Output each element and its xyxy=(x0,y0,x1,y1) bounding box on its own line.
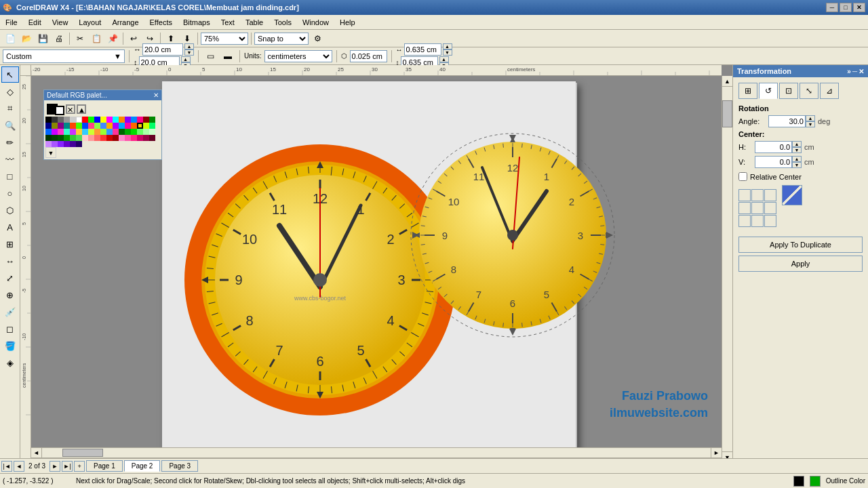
color-swatch[interactable] xyxy=(149,129,155,135)
color-swatch[interactable] xyxy=(113,117,119,123)
grid-cell-bl[interactable] xyxy=(738,215,751,227)
color-swatch[interactable] xyxy=(52,117,58,123)
minimize-button[interactable]: ─ xyxy=(826,3,838,12)
ellipse-tool[interactable]: ○ xyxy=(1,185,19,201)
freehand-tool[interactable]: ✏ xyxy=(1,134,19,150)
size-tab[interactable]: ⤡ xyxy=(800,83,818,99)
menu-edit[interactable]: Edit xyxy=(23,15,47,29)
rect-tool[interactable]: □ xyxy=(1,168,19,184)
shape-tool[interactable]: ◇ xyxy=(1,83,19,100)
width-down-button[interactable]: ▼ xyxy=(184,49,194,56)
page-tab-3[interactable]: Page 3 xyxy=(161,460,198,472)
connector-tool[interactable]: ⤢ xyxy=(1,270,19,286)
background-color-swatch[interactable] xyxy=(55,106,64,115)
horizontal-scrollbar[interactable]: ◄ ► xyxy=(31,447,722,458)
color-swatch[interactable] xyxy=(113,135,119,141)
color-swatch[interactable] xyxy=(113,123,119,129)
color-swatch[interactable] xyxy=(45,141,52,147)
menu-bitmaps[interactable]: Bitmaps xyxy=(178,15,216,29)
color-swatch[interactable] xyxy=(131,123,137,129)
color-indicator[interactable] xyxy=(793,476,804,487)
skew-tab[interactable]: ⊿ xyxy=(820,83,839,99)
position-tab[interactable]: ⊞ xyxy=(738,83,757,99)
new-button[interactable]: 📄 xyxy=(3,31,18,46)
h-up-button[interactable]: ▲ xyxy=(792,141,802,147)
scale-tab[interactable]: ⊡ xyxy=(779,83,798,99)
scroll-up-button[interactable]: ▲ xyxy=(722,76,732,87)
color-swatch[interactable] xyxy=(45,123,52,129)
obj-w-down-button[interactable]: ▼ xyxy=(443,49,452,56)
grid-cell-bc[interactable] xyxy=(751,215,764,227)
no-color-swatch[interactable]: ✕ xyxy=(66,104,75,114)
color-swatch[interactable] xyxy=(143,129,149,135)
color-swatch[interactable] xyxy=(82,129,88,135)
polygon-tool[interactable]: ⬡ xyxy=(1,202,19,218)
color-swatch[interactable] xyxy=(58,129,64,135)
color-swatch[interactable] xyxy=(125,129,131,135)
add-page-button[interactable]: + xyxy=(74,461,85,472)
close-button[interactable]: ✕ xyxy=(853,3,865,12)
scroll-up-button[interactable]: ▲ xyxy=(77,104,86,114)
color-swatch[interactable] xyxy=(45,135,52,141)
color-swatch[interactable] xyxy=(45,129,52,135)
last-page-button[interactable]: ►| xyxy=(62,461,73,472)
relative-center-checkbox[interactable] xyxy=(738,172,747,181)
color-swatch[interactable] xyxy=(119,123,125,129)
obj-w-up-button[interactable]: ▲ xyxy=(443,43,452,49)
color-swatch[interactable] xyxy=(113,129,119,135)
color-swatch[interactable] xyxy=(64,123,70,129)
color-swatch[interactable] xyxy=(94,117,100,123)
color-swatch[interactable] xyxy=(94,129,100,135)
apply-to-duplicate-button[interactable]: Apply To Duplicate xyxy=(738,237,863,253)
color-swatch[interactable] xyxy=(100,123,106,129)
color-swatch[interactable] xyxy=(143,123,149,129)
copy-button[interactable]: 📋 xyxy=(89,31,104,46)
table-tool[interactable]: ⊞ xyxy=(1,236,19,252)
maximize-button[interactable]: □ xyxy=(840,3,852,12)
color-swatch[interactable] xyxy=(106,117,113,123)
color-swatch[interactable] xyxy=(58,135,64,141)
color-swatch[interactable] xyxy=(137,129,143,135)
menu-effects[interactable]: Effects xyxy=(144,15,178,29)
dimension-tool[interactable]: ↔ xyxy=(1,253,19,269)
color-swatch[interactable] xyxy=(149,117,155,123)
units-select[interactable]: centimeters inches pixels xyxy=(264,50,332,62)
color-swatch[interactable] xyxy=(58,141,64,147)
color-swatch[interactable] xyxy=(131,135,137,141)
angle-down-button[interactable]: ▼ xyxy=(806,121,815,127)
color-swatch[interactable] xyxy=(88,129,94,135)
rotation-tab[interactable]: ↺ xyxy=(759,83,778,99)
full-grid-icon[interactable] xyxy=(782,185,802,205)
obj-width-input[interactable] xyxy=(404,43,441,56)
color-swatch[interactable] xyxy=(131,117,137,123)
select-tool[interactable]: ↖ xyxy=(1,66,19,83)
color-swatch[interactable] xyxy=(64,141,70,147)
width-input[interactable] xyxy=(142,43,183,56)
color-swatch[interactable] xyxy=(70,129,76,135)
page-tab-2[interactable]: Page 2 xyxy=(124,460,161,472)
menu-view[interactable]: View xyxy=(47,15,74,29)
color-swatch[interactable] xyxy=(70,141,76,147)
color-swatch[interactable] xyxy=(100,129,106,135)
save-button[interactable]: 💾 xyxy=(35,31,50,46)
color-swatch[interactable] xyxy=(70,135,76,141)
open-button[interactable]: 📂 xyxy=(19,31,34,46)
scroll-left-button[interactable]: ◄ xyxy=(31,448,42,458)
panel-close-icon[interactable]: ✕ xyxy=(859,68,864,75)
height-up-button[interactable]: ▲ xyxy=(181,56,191,62)
color-swatch[interactable] xyxy=(64,135,70,141)
color-swatch[interactable] xyxy=(88,123,94,129)
color-swatch[interactable] xyxy=(82,117,88,123)
color-swatch[interactable] xyxy=(125,123,131,129)
color-swatch[interactable] xyxy=(52,135,58,141)
nudge-input[interactable] xyxy=(350,50,387,62)
color-swatch[interactable] xyxy=(106,135,113,141)
color-swatch-selected[interactable] xyxy=(137,123,143,129)
grid-cell-tr[interactable] xyxy=(764,189,776,201)
color-swatch[interactable] xyxy=(137,117,143,123)
menu-arrange[interactable]: Arrange xyxy=(106,15,144,29)
zoom-select[interactable]: 75% 100% 50% xyxy=(201,33,248,45)
outline-tool[interactable]: ◻ xyxy=(1,321,19,337)
color-swatch[interactable] xyxy=(125,135,131,141)
next-page-button[interactable]: ► xyxy=(50,461,60,472)
